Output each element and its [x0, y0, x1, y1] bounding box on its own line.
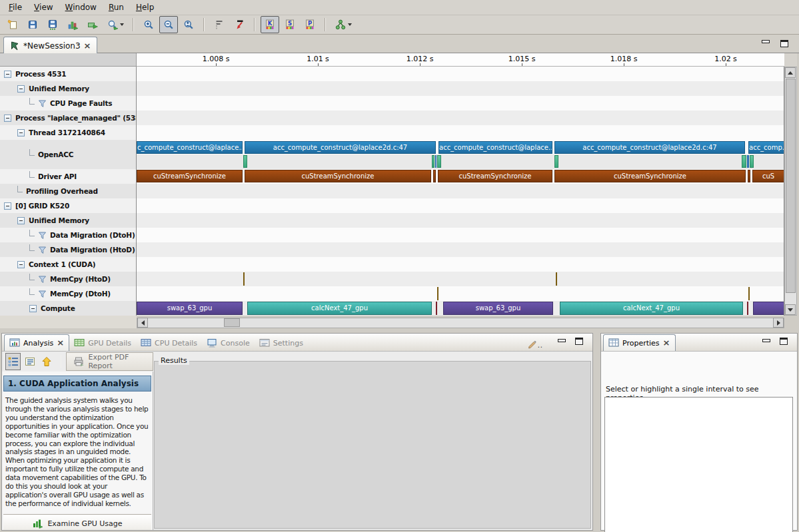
- driver-api-interval[interactable]: cuStreamSynchronize: [245, 170, 431, 182]
- driver-api-interval[interactable]: [433, 170, 436, 182]
- vertical-scroll-thumb[interactable]: [786, 79, 796, 293]
- kernel-interval[interactable]: [753, 302, 784, 315]
- maximize-icon[interactable]: [780, 40, 788, 47]
- generate-timeline-button[interactable]: [63, 16, 82, 33]
- openacc-interval[interactable]: c_compute_construct@laplace...: [137, 141, 243, 154]
- tree-row-memcpy-htod[interactable]: MemCpy (HtoD): [0, 272, 137, 286]
- tab-settings[interactable]: Settings: [255, 335, 308, 351]
- zoom-out-button[interactable]: [159, 16, 178, 33]
- save-all-button[interactable]: [43, 16, 62, 33]
- tree-row-thread-3172140864[interactable]: Thread 3172140864: [0, 125, 137, 140]
- menu-view[interactable]: View: [28, 1, 59, 14]
- kernel-interval[interactable]: calcNext_47_gpu: [247, 302, 432, 315]
- collapse-toggle-icon[interactable]: [4, 115, 11, 122]
- panel-minimize-icon[interactable]: [558, 339, 566, 342]
- collapse-toggle-icon[interactable]: [29, 305, 37, 312]
- tree-row-openacc[interactable]: OpenACC: [0, 140, 137, 169]
- tree-row-context-1-cuda[interactable]: Context 1 (CUDA): [0, 257, 137, 272]
- search-button[interactable]: [103, 16, 127, 33]
- driver-api-interval[interactable]: cuStreamSynchronize: [137, 170, 243, 182]
- menu-help[interactable]: Help: [130, 1, 160, 14]
- tab-close-icon[interactable]: [57, 339, 64, 348]
- openacc-event-mark[interactable]: [435, 155, 436, 168]
- scroll-right-button[interactable]: [773, 318, 784, 328]
- kernel-interval[interactable]: swap_63_gpu: [443, 302, 553, 315]
- memcpy-dtoh-marker[interactable]: [437, 287, 438, 300]
- tree-row-unified-memory[interactable]: Unified Memory: [0, 213, 137, 228]
- panel-maximize-icon[interactable]: [575, 338, 583, 345]
- memcpy-htod-marker[interactable]: [243, 272, 245, 286]
- menu-run[interactable]: Run: [103, 1, 130, 14]
- tree-row-profiling-overhead[interactable]: Profiling Overhead: [0, 184, 137, 198]
- tree-row-data-migration-dtoh[interactable]: Data Migration (DtoH): [0, 228, 137, 242]
- tab-console[interactable]: Console: [202, 335, 255, 351]
- collapse-toggle-icon[interactable]: [17, 129, 25, 136]
- driver-api-interval[interactable]: [748, 170, 750, 182]
- dropdown-caret-icon[interactable]: [120, 23, 124, 26]
- unguided-analysis-button[interactable]: [22, 353, 37, 370]
- openacc-event-mark[interactable]: [747, 155, 749, 168]
- zoom-in-button[interactable]: [139, 16, 158, 33]
- zoom-fit-button[interactable]: [179, 16, 198, 33]
- s-view-button[interactable]: S: [281, 16, 299, 33]
- driver-api-interval[interactable]: cuStreamSynchronize: [438, 170, 552, 182]
- menu-window[interactable]: Window: [59, 1, 103, 14]
- openacc-event-mark[interactable]: [742, 155, 746, 168]
- scroll-up-button[interactable]: [785, 67, 796, 78]
- menu-file[interactable]: File: [3, 1, 28, 14]
- collapse-toggle-icon[interactable]: [17, 217, 25, 224]
- driver-api-interval[interactable]: cuS: [752, 170, 784, 182]
- openacc-interval[interactable]: acc_compute_construct@laplace2d.c:47: [245, 141, 436, 154]
- tree-row-cpu-page-faults[interactable]: CPU Page Faults: [0, 96, 137, 111]
- tree-row-driver-api[interactable]: Driver API: [0, 169, 137, 184]
- tree-row-process-4531[interactable]: Process 4531: [0, 67, 137, 81]
- driver-api-interval[interactable]: cuStreamSynchronize: [554, 170, 746, 182]
- horizontal-scroll-thumb[interactable]: [224, 318, 240, 327]
- tree-row-process-laplace-managed-538[interactable]: Process "laplace_managed" (538): [0, 111, 137, 125]
- openacc-event-mark[interactable]: [243, 155, 247, 168]
- kernel-interval[interactable]: [436, 302, 437, 315]
- goto-marker-button[interactable]: [230, 16, 249, 33]
- openacc-interval[interactable]: acc_comp...: [748, 141, 784, 154]
- minimize-icon[interactable]: [762, 40, 770, 43]
- marker-ruler-button[interactable]: [210, 16, 229, 33]
- properties-tab[interactable]: Properties: [603, 334, 676, 351]
- scroll-left-button[interactable]: [137, 318, 148, 328]
- openacc-event-mark[interactable]: [750, 155, 754, 168]
- tab-gpu-details[interactable]: GPU Details: [69, 335, 136, 351]
- view-menu-icon[interactable]: ..: [527, 339, 543, 349]
- export-pdf-button[interactable]: Export PDF Report: [66, 352, 153, 371]
- vertical-scrollbar[interactable]: [784, 67, 797, 316]
- back-up-button[interactable]: [39, 353, 54, 370]
- openacc-event-mark[interactable]: [432, 155, 434, 168]
- tree-row-compute[interactable]: Compute: [0, 301, 137, 316]
- tree-row-memcpy-dtoh[interactable]: MemCpy (DtoH): [0, 286, 137, 301]
- memcpy-htod-marker[interactable]: [556, 272, 557, 286]
- rename-session-button[interactable]: [83, 16, 102, 33]
- new-session-button[interactable]: [3, 16, 22, 33]
- guided-analysis-button[interactable]: [5, 353, 21, 370]
- collapse-toggle-icon[interactable]: [17, 85, 25, 93]
- collapse-toggle-icon[interactable]: [4, 202, 11, 210]
- analysis-tree-button[interactable]: [331, 16, 355, 33]
- tree-row-unified-memory[interactable]: Unified Memory: [0, 81, 137, 96]
- scroll-down-button[interactable]: [785, 304, 796, 315]
- collapse-toggle-icon[interactable]: [17, 261, 25, 268]
- horizontal-scrollbar[interactable]: [137, 318, 784, 328]
- session-tab[interactable]: *NewSession3: [3, 37, 97, 54]
- tab-close-icon[interactable]: [663, 339, 670, 348]
- memcpy-dtoh-marker[interactable]: [748, 287, 750, 300]
- collapse-toggle-icon[interactable]: [4, 71, 11, 78]
- tab-close-icon[interactable]: [84, 41, 91, 51]
- tab-analysis[interactable]: Analysis: [4, 334, 69, 351]
- k-view-button[interactable]: K: [261, 16, 279, 33]
- panel-maximize-icon[interactable]: [780, 338, 788, 345]
- openacc-event-mark[interactable]: [437, 155, 441, 168]
- openacc-interval[interactable]: acc_compute_construct@laplace2d.c:47: [554, 141, 745, 154]
- save-button[interactable]: [23, 16, 42, 33]
- openacc-event-mark[interactable]: [554, 155, 558, 168]
- examine-gpu-usage-button[interactable]: Examine GPU Usage: [3, 514, 151, 530]
- p-view-button[interactable]: P: [301, 16, 319, 33]
- tree-row-data-migration-htod[interactable]: Data Migration (HtoD): [0, 242, 137, 257]
- panel-minimize-icon[interactable]: [762, 339, 770, 342]
